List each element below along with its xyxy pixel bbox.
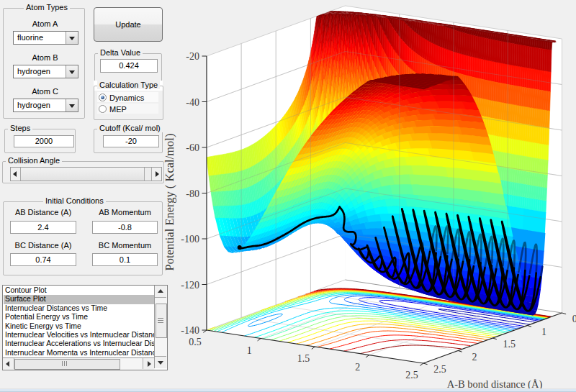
svg-text:1: 1 (247, 345, 252, 356)
svg-text:-120: -120 (181, 280, 199, 291)
svg-text:2.5: 2.5 (433, 364, 446, 375)
svg-text:-40: -40 (186, 97, 199, 108)
svg-text:1: 1 (541, 327, 546, 337)
svg-text:2: 2 (472, 352, 477, 363)
svg-text:0.5: 0.5 (572, 314, 576, 324)
svg-text:-80: -80 (186, 188, 199, 199)
svg-text:1.5: 1.5 (297, 353, 310, 364)
svg-text:0.5: 0.5 (189, 337, 202, 347)
svg-text:-140: -140 (181, 325, 199, 336)
svg-text:1.5: 1.5 (503, 339, 516, 350)
svg-text:-60: -60 (186, 142, 199, 153)
svg-text:-100: -100 (181, 234, 199, 245)
svg-text:2: 2 (355, 362, 360, 373)
svg-text:Potential Energy ( Kcal/mol): Potential Energy ( Kcal/mol) (163, 134, 176, 271)
svg-text:2.5: 2.5 (405, 370, 418, 380)
svg-text:-20: -20 (186, 51, 199, 62)
